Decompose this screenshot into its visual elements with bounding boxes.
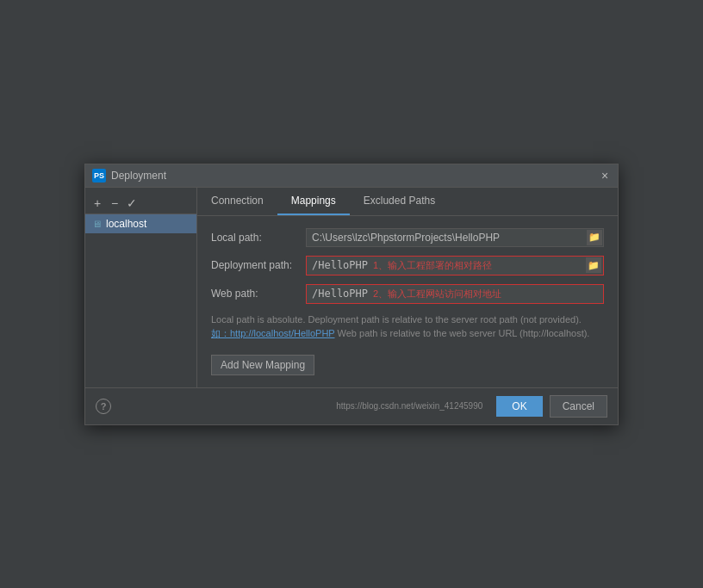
sidebar-toolbar: + − ✓ (85, 193, 196, 214)
deployment-path-annotation: 1、输入工程部署的相对路径 (373, 259, 492, 272)
local-path-wrapper: 📁 (306, 228, 604, 247)
cancel-button[interactable]: Cancel (550, 395, 607, 418)
tab-mappings[interactable]: Mappings (277, 188, 350, 215)
add-new-mapping-button[interactable]: Add New Mapping (211, 355, 314, 375)
deployment-path-label: Deployment path: (211, 259, 306, 271)
ok-button[interactable]: OK (496, 396, 542, 417)
local-path-browse-button[interactable]: 📁 (587, 230, 602, 245)
deployment-path-row: Deployment path: /HelloPHP 1、输入工程部署的相对路径… (211, 256, 604, 275)
hint-link[interactable]: 如：http://localhost/HelloPHP (211, 328, 334, 338)
help-button[interactable]: ? (96, 399, 111, 414)
local-path-row: Local path: 📁 (211, 228, 604, 247)
local-path-label: Local path: (211, 232, 306, 244)
add-server-button[interactable]: + (90, 196, 104, 210)
title-bar: PS Deployment × (85, 164, 618, 188)
deployment-path-field[interactable]: /HelloPHP 1、输入工程部署的相对路径 📁 (306, 256, 604, 275)
confirm-server-button[interactable]: ✓ (125, 196, 139, 210)
ps-icon: PS (92, 169, 106, 183)
dialog-title: Deployment (111, 170, 166, 182)
title-bar-left: PS Deployment (92, 169, 166, 183)
dialog-footer: ? https://blog.csdn.net/weixin_41245990 … (85, 387, 618, 424)
deployment-dialog: PS Deployment × + − ✓ 🖥 localhost Connec… (84, 164, 619, 425)
sidebar-item-localhost[interactable]: 🖥 localhost (85, 214, 196, 233)
sidebar-item-label: localhost (106, 218, 146, 230)
dialog-body: + − ✓ 🖥 localhost Connection Mappings Ex… (85, 188, 618, 387)
tabs: Connection Mappings Excluded Paths (197, 188, 618, 216)
web-path-annotation: 2、输入工程网站访问相对地址 (373, 288, 501, 300)
web-path-value: /HelloPHP (312, 288, 368, 300)
hint-line1: Local path is absolute. Deployment path … (211, 314, 582, 325)
remove-server-button[interactable]: − (108, 196, 121, 210)
url-bar: https://blog.csdn.net/weixin_41245990 (118, 401, 489, 411)
server-icon: 🖥 (92, 219, 102, 229)
deployment-path-value: /HelloPHP (312, 259, 368, 271)
web-path-label: Web path: (211, 288, 306, 300)
main-content: Connection Mappings Excluded Paths Local… (197, 188, 618, 387)
hint-text: Local path is absolute. Deployment path … (211, 313, 604, 341)
web-path-wrapper: /HelloPHP 2、输入工程网站访问相对地址 (306, 284, 604, 304)
content-area: Local path: 📁 Deployment path: /HelloPHP… (197, 216, 618, 387)
tab-excluded-paths[interactable]: Excluded Paths (350, 188, 449, 215)
deployment-path-browse-button[interactable]: 📁 (586, 257, 601, 273)
web-path-field[interactable]: /HelloPHP 2、输入工程网站访问相对地址 (306, 284, 604, 304)
deployment-path-wrapper: /HelloPHP 1、输入工程部署的相对路径 📁 (306, 256, 604, 275)
sidebar: + − ✓ 🖥 localhost (85, 188, 197, 387)
web-path-row: Web path: /HelloPHP 2、输入工程网站访问相对地址 (211, 284, 604, 304)
local-path-input[interactable] (306, 228, 604, 247)
hint-line2: Web path is relative to the web server U… (338, 328, 590, 338)
close-button[interactable]: × (599, 170, 611, 182)
tab-connection[interactable]: Connection (197, 188, 277, 215)
